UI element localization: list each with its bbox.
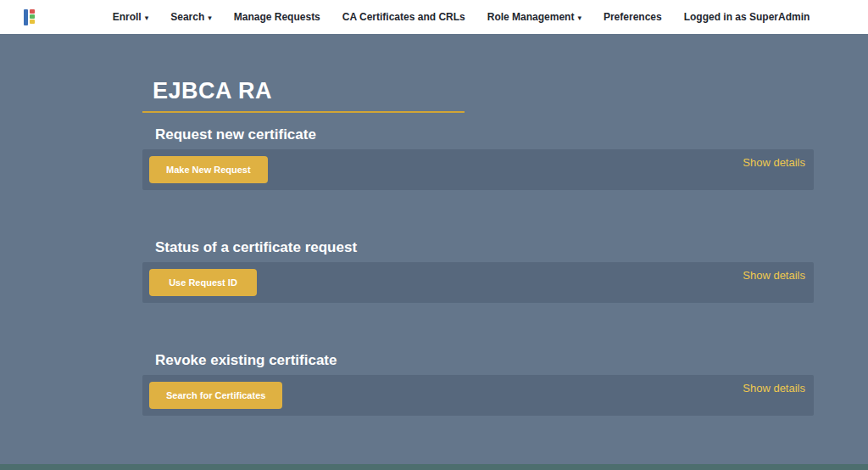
main-nav: Enroll ▾ Search ▾ Manage Requests CA Cer…: [71, 11, 851, 23]
section-status-of-certificate-request: Status of a certificate request Use Requ…: [142, 239, 868, 303]
nav-item-role-management-label: Role Management: [487, 11, 575, 23]
nav-item-role-management[interactable]: Role Management ▾: [487, 11, 581, 23]
section-panel: Make New Request Show details: [142, 149, 814, 190]
nav-item-logged-in-as[interactable]: Logged in as SuperAdmin: [684, 11, 810, 23]
show-details-link[interactable]: Show details: [743, 156, 805, 169]
nav-item-preferences-label: Preferences: [604, 11, 662, 23]
chevron-down-icon: ▾: [577, 14, 581, 22]
logo-green-square: [30, 14, 35, 19]
nav-item-enroll[interactable]: Enroll ▾: [113, 11, 149, 23]
nav-item-search[interactable]: Search ▾: [170, 11, 212, 23]
section-panel: Search for Certificates Show details: [142, 375, 814, 416]
nav-item-enroll-label: Enroll: [113, 11, 142, 23]
show-details-link[interactable]: Show details: [743, 382, 805, 394]
ejbca-logo[interactable]: [24, 9, 37, 25]
section-heading: Request new certificate: [142, 126, 868, 143]
use-request-id-button[interactable]: Use Request ID: [149, 269, 257, 296]
nav-item-preferences[interactable]: Preferences: [604, 11, 662, 23]
nav-item-ca-certificates-crls-label: CA Certificates and CRLs: [342, 11, 465, 23]
page-title: EJBCA RA: [142, 78, 868, 104]
nav-item-logged-in-as-label: Logged in as SuperAdmin: [684, 11, 810, 23]
logo-yellow-square: [30, 20, 35, 24]
chevron-down-icon: ▾: [145, 14, 149, 22]
nav-item-ca-certificates-crls[interactable]: CA Certificates and CRLs: [342, 11, 465, 23]
section-revoke-existing-certificate: Revoke existing certificate Search for C…: [142, 352, 868, 416]
main-content: EJBCA RA Request new certificate Make Ne…: [0, 34, 868, 416]
nav-item-manage-requests-label: Manage Requests: [234, 11, 320, 23]
section-heading: Status of a certificate request: [142, 239, 868, 256]
show-details-link[interactable]: Show details: [743, 269, 805, 282]
chevron-down-icon: ▾: [208, 14, 212, 22]
top-navigation-bar: Enroll ▾ Search ▾ Manage Requests CA Cer…: [0, 0, 868, 34]
section-request-new-certificate: Request new certificate Make New Request…: [142, 126, 868, 190]
section-heading: Revoke existing certificate: [142, 352, 868, 369]
logo-blue-bar: [24, 9, 28, 25]
search-for-certificates-button[interactable]: Search for Certificates: [149, 382, 282, 409]
nav-item-search-label: Search: [170, 11, 204, 23]
logo-squares: [30, 9, 35, 25]
section-panel: Use Request ID Show details: [142, 262, 814, 303]
footer-strip: [0, 464, 868, 470]
logo-red-square: [30, 9, 35, 14]
nav-item-manage-requests[interactable]: Manage Requests: [234, 11, 320, 23]
title-underline: [142, 111, 465, 113]
make-new-request-button[interactable]: Make New Request: [149, 156, 268, 183]
